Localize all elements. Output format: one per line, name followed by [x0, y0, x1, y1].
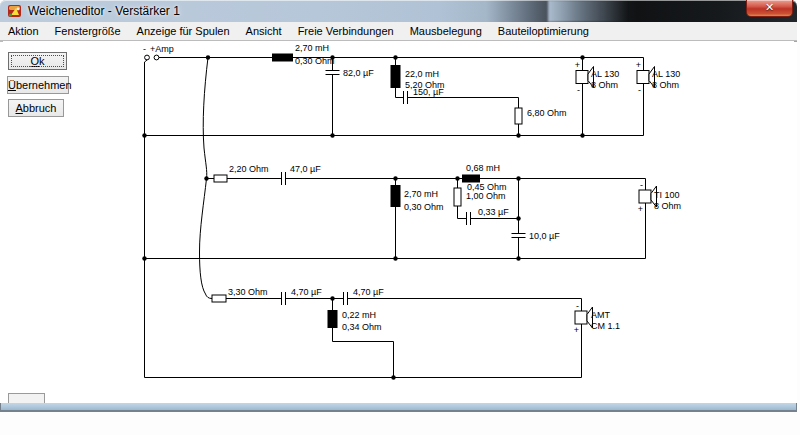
speaker-ti100-name: TI 100 [654, 190, 680, 200]
close-button[interactable]: ✕ [746, 0, 793, 17]
aero-glass-reflection [548, 0, 628, 22]
inductor-l4[interactable]: 0,68 mH 0,45 Ohm [462, 163, 507, 192]
speaker-minus-mark: - [638, 85, 641, 95]
ok-button[interactable]: Ok [8, 52, 67, 70]
capacitor-c4[interactable]: 0,33 µF [478, 207, 509, 217]
resistor-r2-value: 2,20 Ohm [229, 164, 269, 174]
inductor-l3-resistance: 0,30 Ohm [404, 202, 444, 212]
resistor-r4-value: 3,30 Ohm [228, 287, 268, 297]
speaker-al130-1-impedance: 8 Ohm [591, 80, 618, 90]
abbruch-button[interactable]: Abbruch [8, 99, 64, 117]
capacitor-c2-value: 150, µF [413, 87, 444, 97]
capacitor-c4-value: 0,33 µF [478, 207, 509, 217]
window-title: Weicheneditor - Verstärker 1 [28, 4, 180, 18]
inductor-l5-resistance: 0,34 Ohm [342, 322, 382, 332]
capacitor-c7[interactable]: 4,70 µF [353, 287, 384, 297]
menu-bar: Aktion Fenstergröße Anzeige für Spulen A… [0, 22, 797, 41]
uebernehmen-button[interactable]: Übernehmen [7, 76, 69, 94]
capacitor-c6-value: 4,70 µF [291, 287, 322, 297]
speaker-ti100[interactable]: - + TI 100 8 Ohm [638, 180, 681, 214]
capacitor-c5[interactable]: 10,0 µF [529, 231, 560, 241]
inductor-l4-value: 0,68 mH [466, 163, 500, 173]
capacitor-c7-value: 4,70 µF [353, 287, 384, 297]
speaker-amt[interactable]: - + AMT CM 1.1 [574, 301, 620, 335]
close-icon: ✕ [765, 1, 774, 13]
inductor-l5[interactable]: 0,22 mH 0,34 Ohm [328, 310, 382, 332]
inductor-l3[interactable]: 2,70 mH 0,30 Ohm [391, 185, 444, 212]
crossover-schematic[interactable]: - +Amp 2,70 mH 0,30 Ohm 82,0 µF 22,0 mH … [0, 42, 791, 403]
speaker-al130-2-impedance: 8 Ohm [652, 80, 679, 90]
window-bottom-frame [0, 403, 797, 412]
inductor-l5-value: 0,22 mH [342, 310, 376, 320]
speaker-minus-mark: - [640, 180, 643, 190]
menu-item-fenstergroesse[interactable]: Fenstergröße [47, 22, 129, 40]
amp-minus-label: - [143, 44, 146, 54]
application-window: Weicheneditor - Verstärker 1 ✕ Aktion Fe… [0, 0, 797, 403]
wires [142, 55, 645, 379]
capacitor-c2[interactable]: 150, µF [413, 87, 444, 97]
inductor-l1[interactable]: 2,70 mH 0,30 Ohm [272, 43, 335, 66]
speaker-ti100-impedance: 8 Ohm [654, 201, 681, 211]
speaker-al130-2-name: AL 130 [652, 69, 680, 79]
inductor-l2-value: 22,0 mH [405, 69, 439, 79]
resistor-r3-value: 1,00 Ohm [466, 191, 506, 201]
speaker-al130-1[interactable]: + - AL 130 8 Ohm [575, 60, 619, 95]
menu-item-bauteiloptimierung[interactable]: Bauteiloptimierung [490, 22, 597, 40]
menu-item-mausbelegung[interactable]: Mausbelegung [402, 22, 490, 40]
app-icon [7, 3, 23, 19]
menu-item-aktion[interactable]: Aktion [0, 22, 47, 40]
speaker-plus-mark: + [575, 60, 580, 70]
speaker-minus-mark: - [576, 301, 579, 311]
speaker-al130-1-name: AL 130 [591, 69, 619, 79]
speaker-amt-model: CM 1.1 [591, 321, 620, 331]
capacitor-c6[interactable]: 4,70 µF [291, 287, 322, 297]
speaker-minus-mark: - [577, 85, 580, 95]
capacitor-c3[interactable]: 47,0 µF [290, 164, 321, 174]
panel-corner-box [8, 393, 45, 403]
menu-item-ansicht[interactable]: Ansicht [238, 22, 290, 40]
editor-canvas: - +Amp 2,70 mH 0,30 Ohm 82,0 µF 22,0 mH … [0, 42, 797, 403]
capacitor-c1-value: 82,0 µF [343, 68, 374, 78]
capacitor-c3-value: 47,0 µF [290, 164, 321, 174]
resistor-r1-value: 6,80 Ohm [527, 108, 567, 118]
resistor-r3[interactable]: 1,00 Ohm [454, 188, 506, 206]
speaker-al130-2[interactable]: + - AL 130 8 Ohm [636, 60, 680, 95]
inductor-l1-value: 2,70 mH [295, 43, 329, 53]
speaker-plus-mark: + [638, 204, 643, 214]
resistor-r4[interactable]: 3,30 Ohm [212, 287, 268, 302]
inductor-l3-value: 2,70 mH [404, 189, 438, 199]
speaker-amt-name: AMT [591, 310, 611, 320]
speaker-plus-mark: + [636, 60, 641, 70]
menu-item-freie-verbindungen[interactable]: Freie Verbindungen [290, 22, 402, 40]
amp-plus-label: +Amp [150, 44, 174, 54]
title-bar[interactable]: Weicheneditor - Verstärker 1 ✕ [0, 0, 797, 22]
inductor-l1-resistance: 0,30 Ohm [295, 56, 335, 66]
menu-item-anzeige-fuer-spulen[interactable]: Anzeige für Spulen [129, 22, 238, 40]
speaker-plus-mark: + [574, 325, 579, 335]
resistor-r2[interactable]: 2,20 Ohm [214, 164, 269, 182]
capacitor-c1[interactable]: 82,0 µF [343, 68, 374, 78]
resistor-r1[interactable]: 6,80 Ohm [515, 108, 567, 124]
capacitor-c5-value: 10,0 µF [529, 231, 560, 241]
